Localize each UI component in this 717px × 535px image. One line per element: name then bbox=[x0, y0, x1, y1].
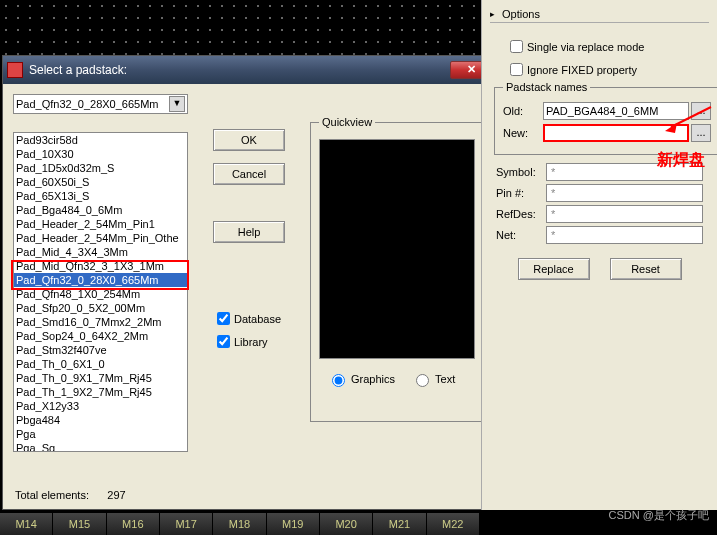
net-input[interactable] bbox=[546, 226, 703, 244]
list-item[interactable]: Pga bbox=[14, 427, 187, 441]
database-check[interactable] bbox=[217, 312, 230, 325]
refdes-input[interactable] bbox=[546, 205, 703, 223]
layer-cell[interactable]: M22 bbox=[427, 513, 480, 535]
layer-cell[interactable]: M17 bbox=[160, 513, 213, 535]
options-header[interactable]: ▸ Options bbox=[490, 6, 709, 23]
quickview-canvas bbox=[319, 139, 475, 359]
list-item[interactable]: Pga_Sq bbox=[14, 441, 187, 452]
layer-cell[interactable]: M14 bbox=[0, 513, 53, 535]
app-icon bbox=[7, 62, 23, 78]
old-padstack-input[interactable] bbox=[543, 102, 689, 120]
replace-button[interactable]: Replace bbox=[518, 258, 590, 280]
quickview-group: Quickview Graphics Text bbox=[310, 122, 485, 422]
pin-input[interactable] bbox=[546, 184, 703, 202]
old-label: Old: bbox=[503, 105, 543, 117]
list-item[interactable]: Pad_10X30 bbox=[14, 147, 187, 161]
library-checkbox[interactable]: Library bbox=[213, 332, 293, 351]
help-button[interactable]: Help bbox=[213, 221, 285, 243]
list-item[interactable]: Pad_Sfp20_0_5X2_00Mm bbox=[14, 301, 187, 315]
list-item[interactable]: Pad_65X13i_S bbox=[14, 189, 187, 203]
layer-cell[interactable]: M21 bbox=[373, 513, 426, 535]
list-item[interactable]: Pad_Th_1_9X2_7Mm_Rj45 bbox=[14, 385, 187, 399]
list-item[interactable]: Pad_60X50i_S bbox=[14, 175, 187, 189]
list-item[interactable]: Pad_Sop24_0_64X2_2Mm bbox=[14, 329, 187, 343]
layer-cell[interactable]: M15 bbox=[53, 513, 106, 535]
ignore-fixed-checkbox[interactable]: Ignore FIXED property bbox=[506, 60, 709, 79]
list-item[interactable]: Pad_X12y33 bbox=[14, 399, 187, 413]
ok-button[interactable]: OK bbox=[213, 129, 285, 151]
padstack-listbox[interactable]: Pad93cir58dPad_10X30Pad_1D5x0d32m_SPad_6… bbox=[13, 132, 188, 452]
new-label: New: bbox=[503, 127, 543, 139]
list-item[interactable]: Pbga484 bbox=[14, 413, 187, 427]
single-via-checkbox[interactable]: Single via replace mode bbox=[506, 37, 709, 56]
old-browse-button[interactable]: ... bbox=[691, 102, 711, 120]
layer-cell[interactable]: M19 bbox=[267, 513, 320, 535]
cancel-button[interactable]: Cancel bbox=[213, 163, 285, 185]
list-item[interactable]: Pad_Th_0_6X1_0 bbox=[14, 357, 187, 371]
list-item[interactable]: Pad_Bga484_0_6Mm bbox=[14, 203, 187, 217]
list-item[interactable]: Pad_Qfn48_1X0_254Mm bbox=[14, 287, 187, 301]
layer-strip: M14M15M16M17M18M19M20M21M22 bbox=[0, 513, 480, 535]
pin-label: Pin #: bbox=[496, 187, 546, 199]
database-checkbox[interactable]: Database bbox=[213, 309, 293, 328]
layer-cell[interactable]: M20 bbox=[320, 513, 373, 535]
list-item[interactable]: Pad_1D5x0d32m_S bbox=[14, 161, 187, 175]
symbol-input[interactable] bbox=[546, 163, 703, 181]
reset-button[interactable]: Reset bbox=[610, 258, 682, 280]
dialog-title: Select a padstack: bbox=[29, 63, 450, 77]
titlebar[interactable]: Select a padstack: ✕ bbox=[3, 56, 496, 84]
combo-value: Pad_Qfn32_0_28X0_665Mm bbox=[16, 98, 169, 110]
new-padstack-input[interactable] bbox=[543, 124, 689, 142]
new-browse-button[interactable]: ... bbox=[691, 124, 711, 142]
layer-cell[interactable]: M18 bbox=[213, 513, 266, 535]
collapse-icon: ▸ bbox=[490, 9, 500, 19]
padstack-names-group: Padstack names Old: ... New: ... bbox=[494, 87, 717, 155]
refdes-label: RefDes: bbox=[496, 208, 546, 220]
list-item[interactable]: Pad_Mid_4_3X4_3Mm bbox=[14, 245, 187, 259]
quickview-title: Quickview bbox=[319, 116, 375, 128]
text-radio[interactable]: Text bbox=[411, 371, 455, 387]
padstack-names-legend: Padstack names bbox=[503, 81, 590, 93]
select-padstack-dialog: Select a padstack: ✕ Pad_Qfn32_0_28X0_66… bbox=[2, 55, 497, 510]
list-item[interactable]: Pad93cir58d bbox=[14, 133, 187, 147]
layer-cell[interactable]: M16 bbox=[107, 513, 160, 535]
watermark: CSDN @是个孩子吧 bbox=[609, 508, 709, 523]
graphics-radio[interactable]: Graphics bbox=[327, 371, 395, 387]
list-item[interactable]: Pad_Header_2_54Mm_Pin1 bbox=[14, 217, 187, 231]
options-panel: ▸ Options Single via replace mode Ignore… bbox=[481, 0, 717, 510]
totals: Total elements: 297 bbox=[15, 489, 126, 501]
symbol-label: Symbol: bbox=[496, 166, 546, 178]
library-check[interactable] bbox=[217, 335, 230, 348]
net-label: Net: bbox=[496, 229, 546, 241]
list-item[interactable]: Pad_Qfn32_0_28X0_665Mm bbox=[14, 273, 187, 287]
padstack-combo[interactable]: Pad_Qfn32_0_28X0_665Mm ▼ bbox=[13, 94, 188, 114]
list-item[interactable]: Pad_Stm32f407ve bbox=[14, 343, 187, 357]
list-item[interactable]: Pad_Header_2_54Mm_Pin_Othe bbox=[14, 231, 187, 245]
list-item[interactable]: Pad_Th_0_9X1_7Mm_Rj45 bbox=[14, 371, 187, 385]
chevron-down-icon[interactable]: ▼ bbox=[169, 96, 185, 112]
list-item[interactable]: Pad_Smd16_0_7Mmx2_2Mm bbox=[14, 315, 187, 329]
list-item[interactable]: Pad_Mid_Qfn32_3_1X3_1Mm bbox=[14, 259, 187, 273]
